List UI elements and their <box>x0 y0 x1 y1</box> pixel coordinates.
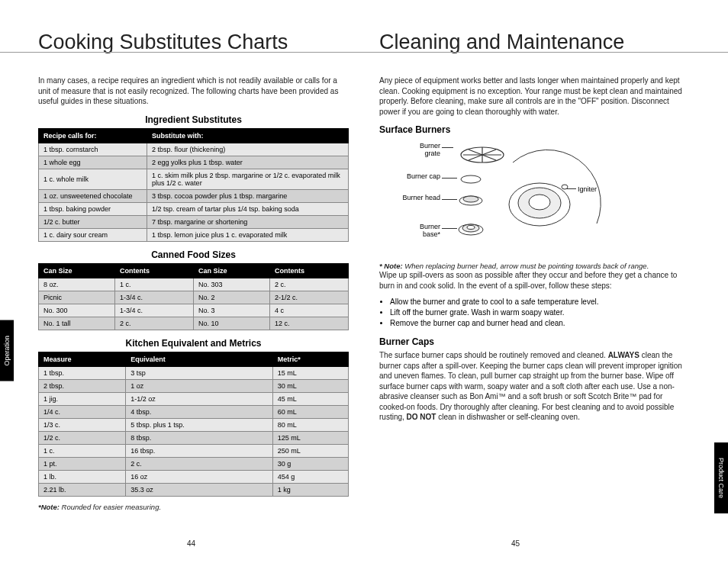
burner-note: * Note: When replacing burner head, arro… <box>379 262 690 270</box>
step-1: Allow the burner and grate to cool to a … <box>390 297 690 307</box>
svg-point-14 <box>562 185 568 189</box>
tab-operation: Operation <box>0 320 14 381</box>
svg-point-10 <box>467 226 475 230</box>
step-2: Lift off the burner grate. Wash in warm … <box>390 307 690 318</box>
tab-product-care: Product Care <box>714 442 728 513</box>
svg-point-5 <box>461 175 481 183</box>
page-number-right: 45 <box>511 539 520 548</box>
label-burner-base: Burner base* <box>402 224 440 239</box>
intro-left: In many cases, a recipe requires an ingr… <box>38 76 349 107</box>
label-burner-grate: Burner grate <box>402 143 440 158</box>
heading-surface-burners: Surface Burners <box>379 124 690 135</box>
left-column: Cooking Substitutes Charts In many cases… <box>38 31 349 540</box>
right-column: Cleaning and Maintenance Any piece of eq… <box>379 31 690 540</box>
intro-right: Any piece of equipment works better and … <box>379 76 690 117</box>
svg-point-7 <box>463 196 478 202</box>
heading-canned-sizes: Canned Food Sizes <box>38 249 349 260</box>
spillover-text: Wipe up spill-overs as soon as possible … <box>379 270 690 291</box>
table-canned: Can SizeContents Can SizeContents 8 oz.1… <box>38 263 349 330</box>
page-number-left: 44 <box>187 539 195 548</box>
table-substitutes: Recipe calls for:Substitute with: 1 tbsp… <box>38 128 349 242</box>
heading-ingredient-substitutes: Ingredient Substitutes <box>38 114 349 125</box>
step-3: Remove the burner cap and burner head an… <box>390 318 690 329</box>
page-title-right: Cleaning and Maintenance <box>379 31 690 54</box>
heading-burner-caps: Burner Caps <box>379 336 690 347</box>
page-title-left: Cooking Substitutes Charts <box>38 31 349 54</box>
heading-metrics: Kitchen Equivalent and Metrics <box>38 338 349 349</box>
spillover-steps: Allow the burner and grate to cool to a … <box>390 297 690 329</box>
label-burner-head: Burner head <box>402 195 440 202</box>
metrics-note: *Note: Rounded for easier measuring. <box>38 503 349 511</box>
burner-diagram: Burner grate Burner cap Burner head Burn… <box>379 140 690 254</box>
burner-caps-text: The surface burner caps should be routin… <box>379 350 690 423</box>
table-metrics: MeasureEquivalentMetric* 1 tbsp.3 tsp15 … <box>38 352 349 497</box>
svg-point-13 <box>529 195 550 210</box>
burner-illustration <box>452 140 604 254</box>
label-burner-cap: Burner cap <box>402 173 440 181</box>
